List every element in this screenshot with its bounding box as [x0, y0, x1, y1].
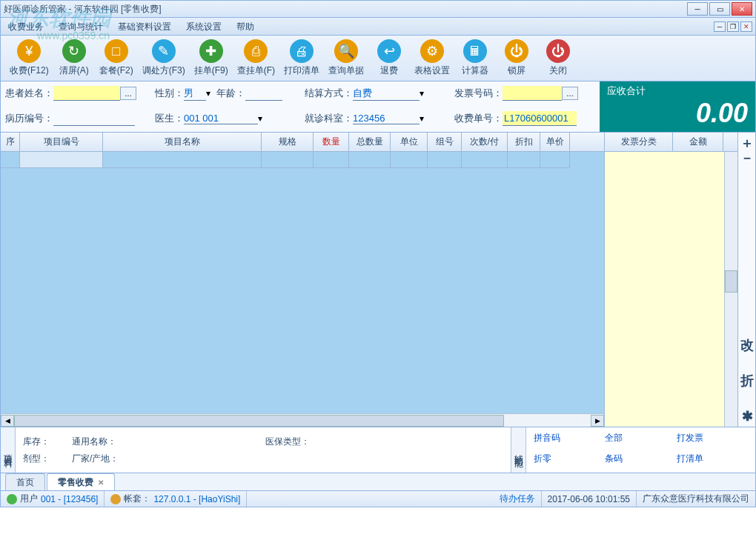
user-icon	[7, 494, 17, 504]
window-close-button[interactable]: ✕	[732, 2, 752, 16]
toolbar-icon-6: 🖨	[290, 39, 314, 63]
record-input[interactable]	[53, 111, 135, 126]
side-col-header-1[interactable]: 金额	[673, 133, 723, 151]
col-header-5[interactable]: 总数量	[349, 133, 391, 151]
grid-body[interactable]	[1, 152, 604, 413]
toolbar-button-10[interactable]: 🖩计算器	[454, 39, 496, 77]
invoice-input[interactable]	[503, 86, 562, 101]
generic-name-label: 通用名称：	[72, 436, 243, 448]
side-action-1[interactable]: －	[740, 150, 755, 165]
col-header-8[interactable]: 次数/付	[462, 133, 508, 151]
settle-select[interactable]: 自费	[353, 87, 420, 101]
window-maximize-button[interactable]: ▭	[709, 2, 730, 16]
tab-1[interactable]: 零售收费✕	[47, 473, 115, 490]
mdi-close-button[interactable]: ✕	[740, 21, 752, 32]
db-value[interactable]: 127.0.0.1 - [HaoYiShi]	[153, 494, 240, 504]
toolbar-button-12[interactable]: ⏻关闭	[537, 39, 579, 77]
menu-item-1[interactable]: 查询与统计	[51, 19, 110, 35]
window-title: 好医师诊所管家 - 河东软件园 [零售收费]	[4, 3, 687, 16]
side-action-3[interactable]: 折	[740, 373, 755, 388]
toolbar-button-3[interactable]: ✎调处方(F3)	[138, 39, 190, 77]
scroll-right-button[interactable]: ▶	[591, 415, 604, 427]
toolbar-icon-7: 🔍	[334, 39, 358, 63]
menu-item-4[interactable]: 帮助	[229, 19, 262, 35]
toolbar-button-7[interactable]: 🔍查询单据	[324, 39, 368, 77]
col-header-0[interactable]: 序	[1, 133, 20, 151]
side-action-0[interactable]: ＋	[740, 136, 755, 150]
grid-cell[interactable]	[540, 152, 570, 168]
grid-cell[interactable]	[428, 152, 462, 168]
side-action-buttons: ＋－改折✱	[737, 133, 755, 427]
db-label: 帐套：	[124, 493, 150, 505]
toolbar-icon-11: ⏻	[505, 39, 528, 63]
toolbar-button-9[interactable]: ⚙表格设置	[410, 39, 454, 77]
patient-name-input[interactable]	[53, 86, 120, 101]
horizontal-scrollbar[interactable]: ◀ ▶	[1, 413, 604, 427]
bottom-panel: 项目资料 库存： 通用名称： 医保类型： 剂型： 厂家/产地： 辅助功能 拼音码…	[0, 427, 756, 473]
invoice-lookup-button[interactable]: …	[562, 87, 578, 100]
menu-item-2[interactable]: 基础资料设置	[110, 19, 179, 35]
side-action-2[interactable]: 改	[740, 338, 755, 353]
grid-cell[interactable]	[391, 152, 428, 168]
toolbar-button-4[interactable]: ✚挂单(F9)	[190, 39, 233, 77]
toolbar-icon-3: ✎	[152, 39, 176, 63]
col-header-10[interactable]: 单价	[540, 133, 570, 151]
toolbar-button-2[interactable]: □套餐(F2)	[95, 39, 138, 77]
toolbar-icon-9: ⚙	[420, 39, 444, 63]
side-col-header-0[interactable]: 发票分类	[605, 133, 673, 151]
aux-link-1[interactable]: 全部	[605, 432, 676, 448]
insurance-type-label: 医保类型：	[265, 436, 310, 448]
side-action-4[interactable]: ✱	[740, 409, 755, 424]
user-value[interactable]: 001 - [123456]	[41, 494, 98, 504]
doctor-select[interactable]: 001 001	[184, 113, 258, 124]
toolbar-button-0[interactable]: ¥收费(F12)	[5, 39, 53, 77]
grid-cell[interactable]	[314, 152, 349, 168]
scroll-thumb[interactable]	[14, 415, 504, 427]
toolbar-button-6[interactable]: 🖨打印清单	[279, 39, 324, 77]
col-header-9[interactable]: 折扣	[508, 133, 540, 151]
toolbar-icon-1: ↻	[62, 39, 86, 63]
tab-0[interactable]: 首页	[5, 473, 45, 490]
pending-tasks-link[interactable]: 待办任务	[494, 491, 542, 507]
toolbar-button-5[interactable]: ⎙查挂单(F)	[233, 39, 279, 77]
toolbar-button-1[interactable]: ↻清屏(A)	[53, 39, 95, 77]
col-header-3[interactable]: 规格	[262, 133, 314, 151]
col-header-7[interactable]: 组号	[428, 133, 462, 151]
grid-cell[interactable]	[103, 152, 262, 168]
billno-input[interactable]	[503, 111, 577, 126]
toolbar-button-11[interactable]: ⏻锁屏	[496, 39, 537, 77]
toolbar-button-8[interactable]: ↩退费	[368, 39, 410, 77]
grid-cell[interactable]	[349, 152, 391, 168]
patient-lookup-button[interactable]: …	[120, 87, 136, 100]
mdi-restore-button[interactable]: ❐	[727, 21, 739, 32]
mdi-minimize-button[interactable]: ─	[714, 21, 726, 32]
aux-link-2[interactable]: 打发票	[677, 432, 748, 448]
status-company: 广东众意医疗科技有限公司	[637, 491, 755, 507]
statusbar: 用户 001 - [123456] 帐套： 127.0.0.1 - [HaoYi…	[0, 491, 756, 507]
tab-close-1[interactable]: ✕	[98, 478, 104, 487]
aux-link-3[interactable]: 折零	[534, 453, 605, 469]
col-header-2[interactable]: 项目名称	[103, 133, 262, 151]
col-header-4[interactable]: 数量	[314, 133, 349, 151]
aux-link-4[interactable]: 条码	[605, 453, 676, 469]
side-vertical-scrollbar[interactable]	[724, 152, 737, 427]
grid-cell[interactable]	[508, 152, 540, 168]
col-header-6[interactable]: 单位	[391, 133, 428, 151]
grid-cell[interactable]	[262, 152, 314, 168]
col-header-1[interactable]: 项目编号	[20, 133, 103, 151]
invoice-label: 发票号码：	[454, 87, 503, 100]
dept-select[interactable]: 123456	[353, 113, 420, 124]
titlebar: 好医师诊所管家 - 河东软件园 [零售收费] ─ ▭ ✕	[0, 0, 756, 18]
menu-item-0[interactable]: 收费业务	[1, 19, 51, 35]
window-minimize-button[interactable]: ─	[687, 2, 708, 16]
aux-link-5[interactable]: 打清单	[677, 453, 748, 469]
menu-item-3[interactable]: 系统设置	[179, 19, 229, 35]
aux-link-0[interactable]: 拼音码	[534, 432, 605, 448]
grid-cell[interactable]	[1, 152, 20, 168]
sex-select[interactable]: 男	[184, 87, 206, 101]
age-input[interactable]	[245, 86, 282, 101]
scroll-left-button[interactable]: ◀	[1, 415, 14, 427]
grid-cell[interactable]	[462, 152, 508, 168]
grid-cell[interactable]	[20, 152, 103, 168]
invoice-category-body[interactable]	[605, 152, 737, 427]
